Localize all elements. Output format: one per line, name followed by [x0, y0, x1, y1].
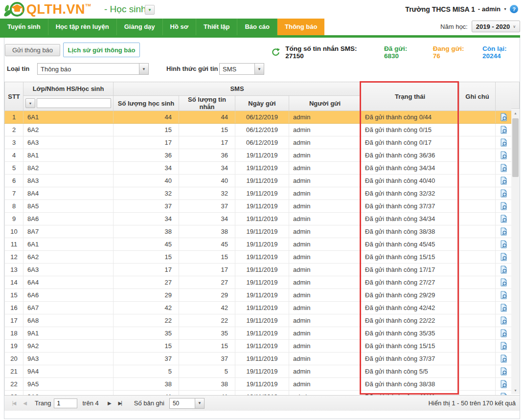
school-year-select[interactable]: 2019 - 2020 ∨	[472, 21, 520, 32]
view-detail-icon[interactable]	[500, 177, 508, 185]
col-header-stt[interactable]: STT	[5, 82, 23, 111]
detail-cell	[496, 187, 511, 200]
view-detail-icon[interactable]	[500, 151, 508, 159]
status-cell: Đã gửi thành công 34/34	[361, 213, 459, 225]
view-detail-icon[interactable]	[500, 138, 508, 147]
message-type-select[interactable]: Thông báo ▼	[37, 63, 149, 75]
view-detail-icon[interactable]	[500, 354, 508, 363]
view-detail-icon[interactable]	[500, 202, 508, 210]
date-cell: 19/11/2019	[235, 251, 289, 264]
table-row[interactable]: 68A3404019/11/2019adminĐã gửi thành công…	[5, 175, 512, 187]
page-size-select[interactable]: 50 ▼	[169, 398, 205, 409]
table-row[interactable]: 156A6292919/11/2019adminĐã gửi thành côn…	[5, 289, 512, 302]
col-header-note[interactable]: Ghi chú	[459, 82, 496, 111]
notification-history-button[interactable]: Lịch sử gửi thông báo	[63, 43, 140, 57]
scroll-down-icon[interactable]: ▼	[511, 387, 520, 394]
nav-tab-thong-bao[interactable]: Thông báo	[277, 19, 324, 35]
table-row[interactable]: 78A4323219/11/2019adminĐã gửi thành công…	[5, 187, 512, 200]
table-row[interactable]: 176A8222219/11/2019adminĐã gửi thành côn…	[5, 314, 512, 327]
module-dropdown-button[interactable]: ▼	[145, 5, 155, 15]
col-header-sender[interactable]: Người gửi	[289, 96, 361, 111]
view-detail-icon[interactable]	[500, 189, 508, 198]
view-detail-icon[interactable]	[500, 126, 508, 134]
col-header-class-group[interactable]: Lớp/Nhóm HS/Học sinh	[23, 82, 114, 96]
view-detail-icon[interactable]	[500, 329, 508, 337]
vertical-scrollbar[interactable]: ▲ ▼	[511, 110, 520, 394]
table-row[interactable]: 48A1363619/11/2019adminĐã gửi thành công…	[5, 149, 512, 162]
table-row[interactable]: 209A3373719/11/2019adminĐã gửi thành côn…	[5, 353, 512, 365]
view-detail-icon[interactable]	[500, 113, 508, 121]
students-cell: 17	[114, 264, 179, 276]
view-detail-icon[interactable]	[500, 164, 508, 172]
view-detail-icon[interactable]	[500, 304, 508, 312]
view-detail-icon[interactable]	[500, 227, 508, 236]
table-row[interactable]: 116A1454519/11/2019adminĐã gửi thành côn…	[5, 238, 512, 251]
table-row[interactable]: 229A5383819/11/2019adminĐã gửi thành côn…	[5, 378, 512, 391]
page-size-value: 50	[170, 398, 195, 408]
view-detail-icon[interactable]	[500, 278, 508, 287]
view-detail-icon[interactable]	[500, 367, 508, 376]
nav-tab-hoc-tap-ren-luyen[interactable]: Học tập rèn luyện	[48, 19, 117, 35]
table-row[interactable]: 126A2151519/11/2019adminĐã gửi thành côn…	[5, 251, 512, 264]
view-detail-icon[interactable]	[500, 240, 508, 248]
students-cell: 37	[114, 353, 179, 365]
table-row[interactable]: 166A7424219/11/2019adminĐã gửi thành côn…	[5, 302, 512, 314]
table-row[interactable]: 239A6414119/11/2019adminĐã gửi thành côn…	[5, 391, 512, 396]
page-number-input[interactable]	[54, 398, 77, 408]
help-icon[interactable]: ?	[510, 5, 518, 13]
note-cell	[459, 187, 496, 200]
table-row[interactable]: 189A1353519/11/2019adminĐã gửi thành côn…	[5, 327, 512, 340]
col-header-date[interactable]: Ngày gửi	[235, 96, 289, 111]
table-row[interactable]: 58A2343419/11/2019adminĐã gửi thành công…	[5, 162, 512, 175]
table-row[interactable]: 26A2151506/12/2019adminĐã gửi thành công…	[5, 124, 512, 136]
table-row[interactable]: 88A5373719/11/2019adminĐã gửi thành công…	[5, 200, 512, 213]
send-notification-button[interactable]: Gửi thông báo	[5, 44, 60, 56]
table-row[interactable]: 108A7383819/11/2019adminĐã gửi thành côn…	[5, 225, 512, 238]
user-menu-caret-icon[interactable]: ▼	[503, 7, 507, 11]
first-page-button[interactable]: |◀	[8, 398, 19, 408]
col-header-messages[interactable]: Số lượng tin nhắn	[179, 96, 235, 111]
nav-tab-thiet-lap[interactable]: Thiết lập	[196, 19, 237, 35]
nav-tabs: Tuyển sinh Học tập rèn luyện Giảng dạy H…	[0, 19, 324, 35]
view-detail-icon[interactable]	[500, 316, 508, 325]
table-row[interactable]: 199A2151519/11/2019adminĐã gửi thành côn…	[5, 340, 512, 353]
view-detail-icon[interactable]	[500, 253, 508, 261]
next-page-button[interactable]: ▶	[104, 398, 114, 408]
table-row[interactable]: 16A1444406/12/2019adminĐã gửi thành công…	[5, 111, 512, 124]
nav-tab-tuyen-sinh[interactable]: Tuyển sinh	[0, 19, 48, 35]
sender-cell: admin	[289, 264, 361, 276]
table-row[interactable]: 136A3171719/11/2019adminĐã gửi thành côn…	[5, 264, 512, 276]
view-detail-icon[interactable]	[500, 291, 508, 299]
refresh-icon[interactable]	[271, 47, 280, 57]
note-cell	[459, 175, 496, 187]
class-search-input[interactable]	[37, 98, 111, 108]
col-header-students[interactable]: Số lượng học sinh	[114, 96, 179, 111]
table-row[interactable]: 98A6343419/11/2019adminĐã gửi thành công…	[5, 213, 512, 225]
date-cell: 19/11/2019	[235, 314, 289, 327]
col-header-status[interactable]: Trạng thái	[361, 82, 459, 111]
last-page-button[interactable]: ▶|	[114, 398, 125, 408]
class-cell: 6A2	[23, 251, 114, 264]
stt-cell: 14	[5, 276, 23, 289]
view-detail-icon[interactable]	[500, 265, 508, 274]
prev-page-button[interactable]: ◀	[19, 398, 30, 408]
view-detail-icon[interactable]	[500, 380, 508, 388]
table-row[interactable]: 36A3171706/12/2019adminĐã gửi thành công…	[5, 136, 512, 149]
view-detail-icon[interactable]	[500, 342, 508, 350]
user-name[interactable]: - admin	[478, 5, 501, 13]
nav-tab-bao-cao[interactable]: Báo cáo	[237, 19, 277, 35]
table-row[interactable]: 219A45519/11/2019adminĐã gửi thành công …	[5, 365, 512, 378]
scrollbar-thumb[interactable]	[512, 118, 519, 177]
view-detail-icon[interactable]	[500, 215, 508, 223]
table-row[interactable]: 146A4272719/11/2019adminĐã gửi thành côn…	[5, 276, 512, 289]
nav-tab-ho-so[interactable]: Hồ sơ	[163, 19, 196, 35]
page-size-label: Số bản ghi	[134, 399, 164, 407]
send-method-select[interactable]: SMS ▼	[219, 63, 264, 75]
filter-dropdown-button[interactable]: ▼	[25, 98, 35, 108]
students-cell: 45	[114, 238, 179, 251]
scroll-up-icon[interactable]: ▲	[511, 110, 520, 117]
date-cell: 19/11/2019	[235, 238, 289, 251]
messages-cell: 38	[179, 225, 235, 238]
nav-tab-giang-day[interactable]: Giảng dạy	[117, 19, 163, 35]
students-cell: 15	[114, 340, 179, 353]
